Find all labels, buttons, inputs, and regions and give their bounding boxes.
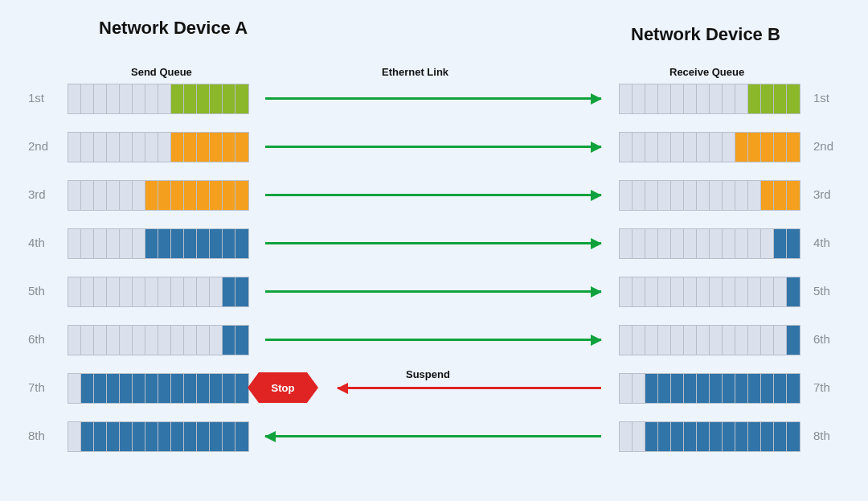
cell-filled	[94, 422, 107, 451]
cell-empty	[133, 229, 145, 258]
cell-filled	[120, 374, 133, 403]
cell-filled	[761, 374, 774, 403]
cell-filled	[210, 133, 223, 162]
cell-filled	[145, 374, 158, 403]
cell-empty	[748, 229, 761, 258]
cell-filled	[223, 277, 235, 306]
cell-empty	[723, 229, 735, 258]
receive-queue	[619, 277, 800, 307]
cell-empty	[81, 229, 94, 258]
cell-filled	[748, 422, 761, 451]
cell-filled	[184, 181, 197, 210]
cell-empty	[735, 326, 748, 355]
cell-empty	[633, 181, 645, 210]
row-label-right: 2nd	[813, 139, 833, 153]
cell-empty	[710, 84, 723, 113]
row-label-left: 4th	[28, 236, 45, 249]
row-label-left: 8th	[28, 429, 45, 442]
cell-empty	[684, 229, 697, 258]
row-label-left: 7th	[28, 380, 45, 394]
arrow-left-icon	[265, 435, 601, 437]
cell-empty	[748, 326, 761, 355]
receive-queue	[619, 325, 800, 355]
cell-empty	[697, 229, 710, 258]
cell-filled	[184, 374, 197, 403]
cell-empty	[645, 133, 658, 162]
cell-empty	[94, 133, 107, 162]
cell-filled	[171, 374, 184, 403]
cell-empty	[210, 277, 223, 306]
cell-filled	[223, 422, 235, 451]
cell-filled	[197, 374, 210, 403]
row-label-right: 3rd	[813, 187, 831, 201]
cell-empty	[633, 374, 645, 403]
cell-empty	[735, 229, 748, 258]
row-label-right: 5th	[813, 284, 830, 298]
cell-filled	[210, 422, 223, 451]
cell-empty	[723, 277, 735, 306]
cell-filled	[210, 374, 223, 403]
cell-filled	[645, 374, 658, 403]
cell-empty	[68, 84, 81, 113]
cell-empty	[145, 133, 158, 162]
cell-empty	[184, 326, 197, 355]
cell-empty	[684, 277, 697, 306]
cell-filled	[774, 181, 787, 210]
label-receive-queue: Receive Queue	[669, 66, 744, 78]
cell-empty	[697, 181, 710, 210]
cell-empty	[120, 277, 133, 306]
cell-empty	[81, 84, 94, 113]
receive-queue	[619, 84, 800, 114]
cell-empty	[748, 181, 761, 210]
receive-queue	[619, 373, 800, 404]
cell-filled	[723, 422, 735, 451]
cell-filled	[235, 133, 248, 162]
cell-empty	[710, 326, 723, 355]
cell-filled	[748, 84, 761, 113]
cell-empty	[94, 277, 107, 306]
cell-filled	[787, 277, 800, 306]
cell-filled	[787, 229, 800, 258]
cell-empty	[748, 277, 761, 306]
cell-empty	[645, 84, 658, 113]
cell-empty	[120, 84, 133, 113]
cell-empty	[145, 277, 158, 306]
cell-empty	[120, 133, 133, 162]
cell-filled	[158, 181, 171, 210]
row-label-right: 8th	[813, 429, 830, 442]
cell-empty	[684, 84, 697, 113]
cell-empty	[107, 133, 120, 162]
cell-filled	[748, 374, 761, 403]
cell-empty	[184, 277, 197, 306]
cell-empty	[633, 133, 645, 162]
cell-empty	[94, 84, 107, 113]
cell-filled	[171, 229, 184, 258]
cell-filled	[235, 326, 248, 355]
cell-empty	[684, 181, 697, 210]
cell-filled	[184, 229, 197, 258]
cell-empty	[684, 326, 697, 355]
cell-filled	[658, 374, 671, 403]
send-queue	[68, 277, 249, 307]
cell-filled	[735, 133, 748, 162]
cell-empty	[133, 133, 145, 162]
cell-filled	[171, 133, 184, 162]
cell-filled	[761, 84, 774, 113]
cell-empty	[633, 229, 645, 258]
cell-filled	[223, 374, 235, 403]
row-label-right: 4th	[813, 236, 830, 249]
cell-filled	[197, 229, 210, 258]
cell-empty	[735, 84, 748, 113]
cell-filled	[133, 422, 145, 451]
cell-empty	[197, 277, 210, 306]
arrow-right-icon	[265, 242, 601, 244]
cell-filled	[761, 133, 774, 162]
send-queue	[68, 228, 249, 259]
cell-empty	[107, 229, 120, 258]
cell-filled	[774, 229, 787, 258]
cell-empty	[671, 84, 684, 113]
cell-filled	[787, 181, 800, 210]
cell-empty	[620, 277, 633, 306]
cell-empty	[68, 374, 81, 403]
cell-filled	[158, 374, 171, 403]
